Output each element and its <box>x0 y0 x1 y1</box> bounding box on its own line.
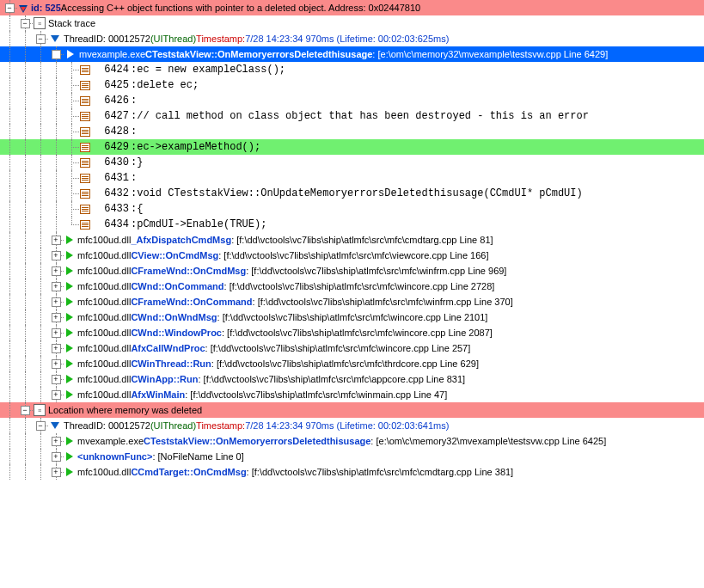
code-line-icon <box>80 81 90 90</box>
tree-row[interactable]: −ThreadID: 00012572 (UIThread) Timestamp… <box>0 31 704 46</box>
stack-trace-label: Stack trace <box>48 18 95 28</box>
tree-row[interactable]: 6430 : } <box>0 155 704 170</box>
tree-row[interactable]: +mfc100ud.dll CCmdTarget::OnCmdMsg : [f:… <box>0 464 704 480</box>
frame-play-icon <box>66 452 73 461</box>
tree-row[interactable]: −Stack trace <box>0 15 704 31</box>
tree-expander[interactable]: + <box>52 266 61 276</box>
error-id: id: 525 <box>31 3 61 13</box>
tree-row[interactable]: 6431 : <box>0 170 704 186</box>
tree-row[interactable]: +mfc100ud.dll CWinThread::Run : [f:\dd\v… <box>0 356 704 371</box>
frame-function: CTeststakView::OnMemoryerrorsDeletedthis… <box>144 436 370 446</box>
tree-expander[interactable]: + <box>52 297 61 307</box>
tree-expander[interactable]: + <box>52 282 61 291</box>
frame-play-icon <box>66 282 73 291</box>
stack-icon <box>34 404 46 416</box>
error-icon <box>19 5 28 13</box>
thread-id: ThreadID: 00012572 <box>64 34 150 44</box>
tree-expander[interactable]: + <box>52 375 61 384</box>
tree-row[interactable]: 6434 : pCmdUI->Enable(TRUE); <box>0 217 704 232</box>
error-text: Accessing C++ object functions with poin… <box>61 3 420 13</box>
tree-row[interactable]: −ThreadID: 00012572 (UIThread) Timestamp… <box>0 418 704 433</box>
tree-expander[interactable]: + <box>52 344 61 353</box>
tree-row[interactable]: −Location where memory was deleted <box>0 402 704 418</box>
line-number: 6426 <box>93 95 131 107</box>
frame-module: mfc100ud.dll <box>77 266 131 276</box>
frame-play-icon <box>66 313 73 322</box>
tree-row[interactable]: 6427 : // call method on class object th… <box>0 108 704 124</box>
tree-expander[interactable]: + <box>52 452 61 462</box>
tree-expander[interactable]: − <box>36 421 46 431</box>
tree-expander[interactable]: − <box>21 19 30 28</box>
frame-function: CWinThread::Run <box>131 358 211 369</box>
tree-row[interactable]: +mfc100ud.dll AfxCallWndProc : [f:\dd\vc… <box>0 340 704 356</box>
frame-function: CWnd::OnCommand <box>131 281 223 291</box>
thread-id: ThreadID: 00012572 <box>64 420 150 431</box>
tree-expander[interactable]: − <box>21 406 30 415</box>
tree-row[interactable]: +mfc100ud.dll AfxWinMain : [f:\dd\vctool… <box>0 387 704 402</box>
frame-module: mvexample.exe <box>79 49 145 59</box>
code-line-icon <box>80 96 90 106</box>
tree-row[interactable]: −id: 525 Accessing C++ object functions … <box>0 0 704 15</box>
frame-module: mvexample.exe <box>77 436 144 446</box>
code-text: ec->exampleMethod(); <box>137 141 260 153</box>
frame-location: : [e:\om\c\memory32\mvexample\testsvw.cp… <box>370 436 606 446</box>
frame-location: : [e:\om\c\memory32\mvexample\testsvw.cp… <box>372 49 608 59</box>
code-text: delete ec; <box>137 79 199 91</box>
tree-row[interactable]: 6426 : <box>0 93 704 108</box>
tree-row[interactable]: 6428 : <box>0 124 704 139</box>
tree-row[interactable]: +mfc100ud.dll CWinApp::Run : [f:\dd\vcto… <box>0 371 704 387</box>
frame-play-icon <box>66 437 73 445</box>
thread-icon <box>49 420 61 432</box>
code-text: // call method on class object that has … <box>137 110 589 122</box>
stack-icon <box>34 17 46 29</box>
tree-expander[interactable]: + <box>52 468 61 477</box>
tree-row[interactable]: 6433 : { <box>0 201 704 217</box>
frame-location: : [f:\dd\vctools\vc7libs\ship\atlmfc\src… <box>231 235 493 245</box>
tree-row[interactable]: +mfc100ud.dll _AfxDispatchCmdMsg : [f:\d… <box>0 232 704 248</box>
frame-play-icon <box>66 251 73 260</box>
tree-row[interactable]: 6429 : ec->exampleMethod(); <box>0 139 704 155</box>
frame-module: mfc100ud.dll <box>77 358 131 369</box>
frame-play-icon <box>66 359 73 368</box>
code-text: } <box>137 156 143 168</box>
code-text: void CTeststakView::OnUpdateMemoryerrors… <box>137 187 582 199</box>
frame-function: CTeststakView::OnMemoryerrorsDeletedthis… <box>145 49 372 59</box>
tree-row[interactable]: +mfc100ud.dll CFrameWnd::OnCommand : [f:… <box>0 294 704 309</box>
frame-location: : [f:\dd\vctools\vc7libs\ship\atlmfc\src… <box>224 281 495 291</box>
line-number: 6429 <box>93 141 131 153</box>
line-number: 6430 <box>93 156 131 168</box>
frame-function: CWinApp::Run <box>131 374 198 384</box>
frame-location: : [f:\dd\vctools\vc7libs\ship\atlmfc\src… <box>253 297 513 307</box>
tree-row[interactable]: 6425 : delete ec; <box>0 77 704 93</box>
tree-expander[interactable]: + <box>52 236 61 245</box>
tree-row[interactable]: +<unknownFunc> : [NoFileName Line 0] <box>0 449 704 464</box>
tree-expander[interactable]: + <box>52 390 61 400</box>
frame-function: CWnd::OnWndMsg <box>131 312 217 322</box>
tree-expander[interactable]: + <box>52 328 61 338</box>
tree-row[interactable]: +mfc100ud.dll CWnd::OnCommand : [f:\dd\v… <box>0 279 704 294</box>
tree-expander[interactable]: + <box>52 251 61 260</box>
tree-row[interactable]: +mfc100ud.dll CView::OnCmdMsg : [f:\dd\v… <box>0 248 704 263</box>
frame-icon <box>64 48 77 60</box>
line-number: 6424 <box>93 64 131 76</box>
tree-row[interactable]: +mfc100ud.dll CWnd::OnWndMsg : [f:\dd\vc… <box>0 309 704 325</box>
tree-row[interactable]: 6432 : void CTeststakView::OnUpdateMemor… <box>0 186 704 201</box>
tree-expander[interactable]: + <box>52 437 61 446</box>
tree-expander[interactable]: − <box>5 3 15 13</box>
tree-row[interactable]: −mvexample.exe CTeststakView::OnMemoryer… <box>0 46 704 62</box>
tree-row[interactable]: +mvexample.exe CTeststakView::OnMemoryer… <box>0 433 704 449</box>
tree-row[interactable]: 6424 : ec = new exampleClass(); <box>0 62 704 77</box>
line-number: 6427 <box>93 110 131 122</box>
tree-row[interactable]: +mfc100ud.dll CFrameWnd::OnCmdMsg : [f:\… <box>0 263 704 279</box>
code-line-icon <box>80 143 90 152</box>
frame-module: mfc100ud.dll <box>77 467 131 477</box>
tree-expander[interactable]: + <box>52 359 61 369</box>
frame-play-icon <box>66 266 73 275</box>
tree-expander[interactable]: + <box>52 313 61 322</box>
line-number: 6432 <box>93 187 131 199</box>
timestamp-label: Timestamp: <box>196 420 245 431</box>
tree-row[interactable]: +mfc100ud.dll CWnd::WindowProc : [f:\dd\… <box>0 325 704 340</box>
code-line-icon <box>80 189 90 199</box>
tree-expander[interactable]: − <box>36 34 46 44</box>
tree-expander[interactable]: − <box>52 50 61 59</box>
